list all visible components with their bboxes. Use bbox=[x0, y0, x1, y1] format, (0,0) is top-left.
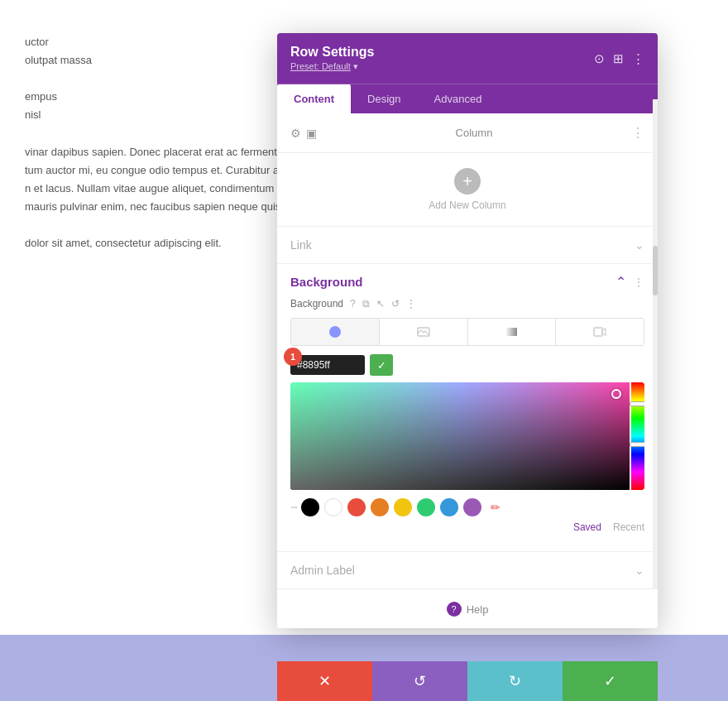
columns-icon[interactable]: ⊞ bbox=[613, 51, 624, 66]
bg-type-video[interactable] bbox=[556, 319, 644, 345]
help-row: ? Help bbox=[277, 589, 658, 628]
tab-advanced[interactable]: Advanced bbox=[418, 84, 499, 113]
picker-thumb bbox=[611, 389, 621, 399]
gear-icon[interactable]: ⚙ bbox=[290, 127, 301, 140]
bg-type-color[interactable] bbox=[291, 319, 380, 345]
modal-preset-link[interactable]: Preset: Default bbox=[290, 61, 351, 71]
canvas-area[interactable] bbox=[290, 382, 630, 490]
background-section: Background ⌃ ⋮ Background ? ⧉ ↖ ↺ ⋮ bbox=[277, 264, 658, 552]
swatch-blue[interactable] bbox=[440, 498, 458, 516]
saved-tab[interactable]: Saved bbox=[573, 521, 601, 533]
more-icon[interactable]: ⋮ bbox=[632, 51, 644, 66]
modal-scrollbar[interactable] bbox=[653, 99, 658, 588]
color-input-row: #8895ff ✓ bbox=[290, 354, 644, 376]
columns-layout-icon[interactable]: ▣ bbox=[306, 127, 317, 140]
background-header-right: ⌃ ⋮ bbox=[615, 274, 644, 290]
action-bar: ✕ ↺ ↻ ✓ bbox=[277, 661, 658, 701]
color-confirm-button[interactable]: ✓ bbox=[370, 354, 393, 376]
bg-controls-row: Background ? ⧉ ↖ ↺ ⋮ bbox=[290, 298, 644, 310]
admin-chevron-icon: ⌄ bbox=[635, 564, 644, 577]
undo-button[interactable]: ↺ bbox=[372, 661, 467, 701]
column-section: ⚙ ▣ Column ⋮ bbox=[277, 113, 658, 153]
recent-tab[interactable]: Recent bbox=[613, 521, 644, 533]
bg-label: Background bbox=[290, 298, 343, 310]
swatch-purple[interactable] bbox=[463, 498, 481, 516]
link-section[interactable]: Link ⌄ bbox=[277, 227, 658, 264]
tab-content[interactable]: Content bbox=[277, 84, 351, 113]
tab-design[interactable]: Design bbox=[351, 84, 417, 113]
pencil-icon[interactable]: ✏ bbox=[486, 498, 505, 516]
bg-type-tabs bbox=[290, 318, 644, 346]
column-label: Column bbox=[325, 127, 623, 139]
modal-header-icons: ⊙ ⊞ ⋮ bbox=[594, 51, 644, 66]
swatch-yellow[interactable] bbox=[394, 498, 412, 516]
svg-rect-3 bbox=[594, 328, 602, 336]
scrollbar-thumb bbox=[653, 246, 658, 295]
bg-more-icon[interactable]: ⋮ bbox=[406, 298, 416, 310]
bg-type-image[interactable] bbox=[380, 319, 468, 345]
admin-label-text: Admin Label bbox=[290, 564, 355, 577]
modal-header: Row Settings Preset: Default ▾ ⊙ ⊞ ⋮ bbox=[277, 33, 658, 84]
admin-label-section[interactable]: Admin Label ⌄ bbox=[277, 552, 658, 589]
bg-cursor-icon[interactable]: ↖ bbox=[376, 298, 385, 310]
redo-button[interactable]: ↻ bbox=[467, 661, 563, 701]
background-title: Background bbox=[290, 275, 363, 289]
background-chevron-up-icon[interactable]: ⌃ bbox=[615, 274, 626, 290]
modal-body: ⚙ ▣ Column ⋮ + Add New Column Link ⌄ Bac… bbox=[277, 113, 658, 628]
saved-recent-row: Saved Recent bbox=[290, 521, 644, 533]
help-circle-icon: ? bbox=[447, 602, 462, 617]
help-label: Help bbox=[467, 603, 489, 616]
bg-reset-icon[interactable]: ↺ bbox=[391, 298, 400, 310]
gradient-canvas[interactable] bbox=[290, 382, 644, 490]
picker-badge: 1 bbox=[284, 348, 302, 366]
link-chevron-icon: ⌄ bbox=[635, 238, 644, 252]
color-swatches-row: ··· ✏ bbox=[290, 498, 644, 516]
color-picker: 1 #8895ff ✓ bbox=[290, 354, 644, 533]
add-column-button[interactable]: + bbox=[454, 168, 481, 194]
swatch-orange[interactable] bbox=[371, 498, 389, 516]
link-label: Link bbox=[290, 238, 312, 252]
svg-point-0 bbox=[329, 326, 341, 338]
add-column-area: + Add New Column bbox=[277, 153, 658, 227]
settings-icon[interactable]: ⊙ bbox=[594, 51, 605, 66]
modal-title: Row Settings bbox=[290, 45, 374, 60]
cancel-button[interactable]: ✕ bbox=[277, 661, 372, 701]
add-column-text: Add New Column bbox=[429, 199, 505, 211]
alpha-thumb bbox=[630, 442, 644, 447]
swatch-black[interactable] bbox=[301, 498, 319, 516]
bg-copy-icon[interactable]: ⧉ bbox=[362, 298, 370, 310]
save-button[interactable]: ✓ bbox=[563, 661, 658, 701]
help-button[interactable]: ? Help bbox=[447, 602, 489, 617]
alpha-strip bbox=[631, 382, 644, 490]
swatch-white[interactable] bbox=[324, 498, 342, 516]
background-menu-icon[interactable]: ⋮ bbox=[633, 276, 644, 289]
column-menu-icon[interactable]: ⋮ bbox=[631, 125, 644, 141]
column-icons: ⚙ ▣ bbox=[290, 127, 317, 140]
modal-subtitle: Preset: Default ▾ bbox=[290, 61, 374, 72]
background-header: Background ⌃ ⋮ bbox=[290, 274, 644, 290]
modal-tabs: Content Design Advanced bbox=[277, 84, 658, 113]
help-question-icon[interactable]: ? bbox=[350, 298, 356, 310]
row-settings-modal: Row Settings Preset: Default ▾ ⊙ ⊞ ⋮ Con… bbox=[277, 33, 658, 628]
modal-header-left: Row Settings Preset: Default ▾ bbox=[290, 45, 374, 72]
swatch-red[interactable] bbox=[347, 498, 366, 516]
swatch-green[interactable] bbox=[417, 498, 435, 516]
bg-type-gradient[interactable] bbox=[468, 319, 557, 345]
svg-rect-2 bbox=[505, 328, 517, 336]
more-swatches-icon[interactable]: ··· bbox=[290, 500, 296, 515]
